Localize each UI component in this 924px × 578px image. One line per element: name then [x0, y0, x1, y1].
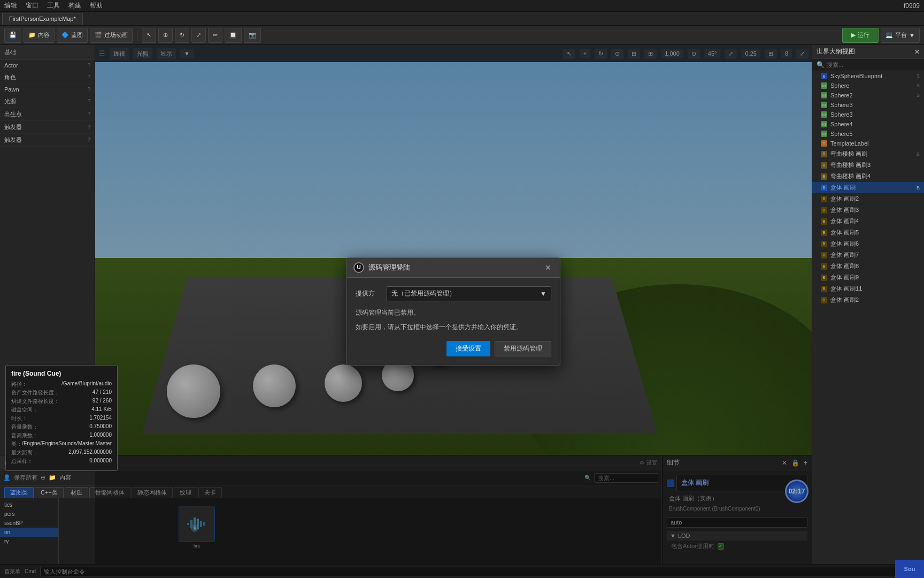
brush-icon: B	[821, 207, 827, 214]
rotate-tool[interactable]: ↻	[175, 28, 189, 43]
dialog-close-button[interactable]: ✕	[543, 262, 553, 273]
outliner-item-17[interactable]: B 盒体 画刷7	[812, 249, 924, 261]
bottom-right-badge: Sou	[895, 560, 924, 578]
tab-map[interactable]: FirstPersonExampleMap*	[2, 13, 83, 25]
provider-row: 提供方 无（已禁用源码管理） ▼	[356, 286, 551, 301]
scale-tool[interactable]: ⤢	[191, 28, 206, 43]
geometry-tool[interactable]: 🔲	[225, 28, 242, 43]
ue-logo: U	[353, 262, 364, 273]
tab-cpp[interactable]: C++类	[35, 487, 64, 498]
menu-build[interactable]: 构建	[68, 1, 81, 10]
brush-icon: B	[821, 297, 827, 303]
blueprint-icon: B	[821, 73, 827, 79]
select-chevron-icon: ▼	[540, 290, 546, 298]
menu-bar[interactable]: 编辑 窗口 工具 构建 帮助	[4, 1, 103, 10]
dialog-header: U 源码管理登陆 ✕	[347, 258, 560, 278]
right-panel-close[interactable]: ✕	[914, 48, 920, 56]
brush-icon: B	[821, 263, 827, 270]
outliner-item-19[interactable]: B 盒体 画刷9	[812, 272, 924, 283]
outliner-item-3[interactable]: M Sphere3	[812, 100, 924, 110]
dialog-desc1: 源码管理当前已禁用。	[356, 308, 551, 318]
outliner-item-10[interactable]: B 弯曲楼梯 画刷4	[812, 171, 924, 182]
platform-button[interactable]: 💻 平台 ▼	[881, 28, 920, 43]
tab-blueprint[interactable]: 蓝图类	[4, 487, 34, 498]
outliner-item-8[interactable]: B 弯曲楼梯 画刷 B	[812, 148, 924, 159]
camera-tool[interactable]: 📷	[244, 28, 261, 43]
section-trigger1[interactable]: 触发器 ?	[0, 121, 95, 134]
section-light[interactable]: 光源 ?	[0, 95, 95, 108]
import-label[interactable]: 内容	[59, 474, 71, 482]
menu-tools[interactable]: 工具	[47, 1, 60, 10]
outliner-item-16[interactable]: B 盒体 画刷6	[812, 238, 924, 249]
user-icon[interactable]: 👤	[3, 474, 11, 481]
menu-help[interactable]: 帮助	[90, 1, 103, 10]
section-pawn[interactable]: Pawn ?	[0, 84, 95, 95]
move-tool[interactable]: ⊕	[158, 28, 173, 43]
outliner-item-5[interactable]: M Sphere4	[812, 119, 924, 129]
brush-icon: B	[821, 151, 827, 157]
tree-item-ssonbp[interactable]: ssonBP	[0, 519, 58, 528]
section-actor[interactable]: Actor ?	[0, 60, 95, 71]
outliner-item-14[interactable]: B 盒体 画刷4	[812, 216, 924, 227]
brush-icon: B	[821, 230, 827, 236]
outliner-item-20[interactable]: B 盒体 画刷11	[812, 283, 924, 294]
cb-folder-tree: tics pers ssonBP on ry	[0, 498, 59, 567]
play-button[interactable]: ▶ 运行	[842, 28, 879, 43]
right-panel-search[interactable]: 🔍	[812, 59, 924, 71]
animation-icon: 🎬	[95, 32, 102, 39]
tab-material[interactable]: 材质	[65, 487, 88, 498]
provider-select[interactable]: 无（已禁用源码管理） ▼	[387, 286, 551, 301]
content-button[interactable]: 📁 内容	[24, 28, 55, 43]
toolbar-sep-1	[137, 30, 137, 41]
folder-icon[interactable]: 📁	[49, 474, 56, 481]
brush-tool[interactable]: ✏	[208, 28, 222, 43]
dialog-title: U 源码管理登陆	[353, 262, 410, 273]
blueprint-button[interactable]: 🔷 蓝图	[57, 28, 88, 43]
save-button[interactable]: 💾	[4, 28, 21, 43]
menu-edit[interactable]: 编辑	[4, 1, 17, 10]
outliner-item-21[interactable]: B 盒体 画刷2	[812, 294, 924, 306]
add-icon[interactable]: ⊕	[41, 474, 45, 481]
brush-icon: B	[821, 162, 827, 169]
outliner-item-9[interactable]: B 弯曲楼梯 画刷3	[812, 159, 924, 171]
outliner-item-18[interactable]: B 盒体 画刷8	[812, 261, 924, 272]
select-tool[interactable]: ↖	[142, 28, 156, 43]
outliner-search-input[interactable]	[827, 62, 920, 68]
outliner-item-13[interactable]: B 盒体 画刷3	[812, 204, 924, 216]
menu-window[interactable]: 窗口	[26, 1, 38, 10]
cmd-label: Cmd	[25, 568, 36, 574]
save-all-button[interactable]: 保存所有	[14, 474, 37, 482]
brush-icon: B	[821, 252, 827, 258]
command-input[interactable]	[40, 567, 920, 576]
brush-icon: B	[821, 218, 827, 225]
section-character[interactable]: 角色 ?	[0, 71, 95, 84]
label-icon: T	[821, 140, 827, 147]
right-panel-header: 世界大纲视图 ✕	[812, 45, 924, 59]
tree-item-tics[interactable]: tics	[0, 500, 58, 509]
outliner-item-0[interactable]: B SkySphereBlueprint S	[812, 71, 924, 81]
disable-button[interactable]: 禁用源码管理	[495, 341, 551, 356]
tree-item-on[interactable]: on	[0, 528, 58, 537]
outliner-item-7[interactable]: T TemplateLabel	[812, 139, 924, 148]
play-icon: ▶	[851, 32, 856, 39]
brush-icon: B	[821, 196, 827, 202]
tree-item-pers[interactable]: pers	[0, 509, 58, 519]
outliner-item-12[interactable]: B 盒体 画刷2	[812, 193, 924, 204]
tree-item-ry[interactable]: ry	[0, 537, 58, 546]
animation-button[interactable]: 🎬 过场动画	[90, 28, 133, 43]
outliner-item-1[interactable]: M Sphere S	[812, 81, 924, 90]
outliner-item-2[interactable]: M Sphere2 S	[812, 90, 924, 100]
section-spawn[interactable]: 出生点 ?	[0, 108, 95, 121]
outliner-item-6[interactable]: M Sphere5	[812, 129, 924, 139]
menu-label[interactable]: 首菜单	[4, 568, 20, 575]
command-bar: 首菜单 Cmd Sou	[0, 564, 924, 578]
viewport[interactable]: ☰ 透视 光照 显示 ▼ ↖ + ↻ ⊙ ⊞ ⊞ 1,000 ⊙ 45° ⤢ 0…	[95, 45, 812, 578]
outliner-item-11[interactable]: B 盒体 画刷 B	[812, 182, 924, 193]
tab-bar: FirstPersonExampleMap*	[0, 12, 924, 26]
dialog-footer: 接受设置 禁用源码管理	[356, 341, 551, 356]
outliner-item-4[interactable]: M Sphere3	[812, 110, 924, 119]
outliner-item-15[interactable]: B 盒体 画刷5	[812, 227, 924, 238]
accept-button[interactable]: 接受设置	[446, 341, 490, 356]
section-trigger2[interactable]: 触发器 ?	[0, 134, 95, 147]
mesh-icon: M	[821, 131, 827, 137]
